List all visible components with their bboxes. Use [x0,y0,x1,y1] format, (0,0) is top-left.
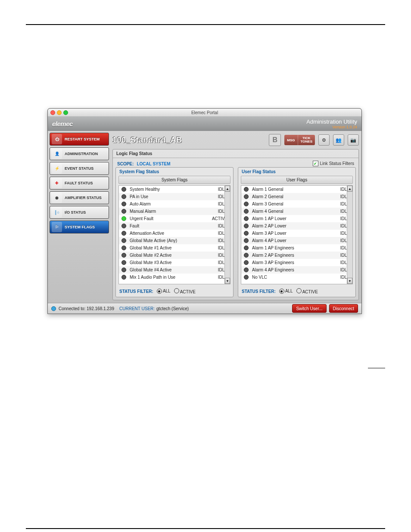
disconnect-button[interactable]: Disconnect [329,304,358,313]
radio-active[interactable]: ACTIVE [174,288,196,294]
scope-label: SCOPE: [117,162,134,166]
status-filter-label: STATUS FILTER: [119,289,153,294]
link-filter-label: Link Status Filters [320,161,354,166]
system-flags-column: System Flag Status System Flags System H… [115,167,234,297]
app-window: Elemec Portal elemec Administration Util… [47,108,362,314]
logic-flag-panel: Logic Flag Status SCOPE: LOCAL SYSTEM ✔ … [112,149,359,300]
list-item: Global Mute #4 ActiveIDLE [119,266,230,274]
status-led-icon [121,275,126,280]
status-led-icon [244,216,249,221]
scrollbar[interactable]: ▲ ▼ [347,186,352,284]
status-led-icon [121,238,126,243]
list-item: Alarm 2 AP EngineersIDLE [241,252,352,259]
sidebar-item-label: SYSTEM FLAGS [65,225,95,229]
radio-selected-icon [279,289,284,294]
status-led-icon [244,187,249,192]
list-item: Global Mute #2 ActiveIDLE [119,252,230,259]
camera-icon[interactable]: 📷 [348,134,359,146]
list-item: Alarm 2 AP LowerIDLE [241,222,352,230]
window-titlebar: Elemec Portal [48,109,361,116]
status-filter-row: STATUS FILTER: ALL ACTIVE [238,286,355,297]
status-led-icon [244,260,249,265]
switch-user-button[interactable]: Switch User... [292,304,326,313]
sidebar-event-status[interactable]: ⚡ EVENT STATUS [50,162,109,175]
list-item: Alarm 1 AP EngineersIDLE [241,244,352,252]
content-area: 100_Standard_AB B MSG TICKTONES ⚙ 👥 📷 Lo… [111,131,361,303]
brand-version: Version 1.0.24 [306,125,357,129]
list-item: Alarm 4 GeneralIDLE [241,208,352,215]
system-flags-list: System HealthyIDLE PA in UseIDLE Auto Al… [119,186,230,284]
status-led-icon [244,224,249,228]
plus-icon: ✚ [52,178,62,188]
power-icon: ⏻ [52,134,62,144]
status-led-icon [121,202,126,206]
minimize-icon[interactable] [57,110,62,115]
sidebar-item-label: AMPLIFIER STATUS [65,196,102,200]
pill-msg: MSG [284,135,298,145]
user-flag-status-heading: User Flag Status [238,168,355,176]
gear-icon[interactable]: ⚙ [318,134,330,146]
status-led-icon [244,231,249,236]
traffic-lights[interactable] [50,110,76,115]
sidebar-item-label: RESTART SYSTEM [65,137,100,141]
sidebar-item-label: ADMINISTRATION [65,152,98,156]
status-led-icon [121,187,126,192]
io-icon: ║○ [52,207,62,218]
msg-tick-tones-pill[interactable]: MSG TICKTONES [284,135,315,145]
close-icon[interactable] [50,110,55,115]
status-led-icon [244,202,249,206]
status-led-icon [121,194,126,199]
link-status-filters-checkbox[interactable]: ✔ Link Status Filters [313,161,354,166]
sidebar-item-label: I/O STATUS [65,210,86,215]
sidebar-system-flags[interactable]: ⚐ SYSTEM FLAGS [50,221,109,233]
status-led-icon [244,209,249,214]
pill-tick-tones: TICKTONES [298,135,315,145]
brand-logo: elemec [52,120,73,128]
list-item: Alarm 4 AP EngineersIDLE [241,266,352,274]
list-item: Alarm 3 GeneralIDLE [241,200,352,208]
brand-bar: elemec Administration Utility Version 1.… [48,116,361,131]
sidebar-amplifier-status[interactable]: ◉ AMPLIFIER STATUS [50,191,109,204]
list-item: Alarm 3 AP EngineersIDLE [241,259,352,266]
scroll-down-icon[interactable]: ▼ [225,278,230,284]
radio-all[interactable]: ALL [279,289,293,294]
connection-led-icon [51,306,56,311]
sidebar-item-label: EVENT STATUS [65,166,93,171]
connected-to: Connected to: 192.168.1.239 [59,306,114,311]
b-badge-icon: B [269,134,281,146]
sidebar-fault-status[interactable]: ✚ FAULT STATUS [50,177,109,190]
panel-heading: Logic Flag Status [113,149,358,158]
scroll-up-icon[interactable]: ▲ [347,186,352,192]
user-admin-icon: 👤 [52,149,62,159]
scroll-down-icon[interactable]: ▼ [347,278,352,284]
system-flags-title: System Flags [118,176,230,184]
sidebar-administration[interactable]: 👤 ADMINISTRATION [50,147,109,160]
user-flags-title: User Flags [241,176,353,184]
sidebar-restart-system[interactable]: ⏻ RESTART SYSTEM [50,133,109,146]
user-flags-column: User Flag Status User Flags Alarm 1 Gene… [238,167,356,297]
scope-value: LOCAL SYSTEM [137,162,170,166]
scrollbar[interactable]: ▲ ▼ [224,186,230,284]
status-led-icon [121,209,126,214]
current-user-label: CURRENT USER: [119,306,155,311]
status-led-icon [244,253,249,258]
status-led-icon [121,224,126,228]
sidebar-io-status[interactable]: ║○ I/O STATUS [50,206,109,219]
sidebar: ⏻ RESTART SYSTEM 👤 ADMINISTRATION ⚡ EVEN… [48,131,111,303]
users-icon[interactable]: 👥 [333,134,344,146]
list-item: FaultIDLE [119,222,230,230]
status-led-icon [121,253,126,258]
flags-icon: ⚐ [52,222,62,232]
list-item: Alarm 1 GeneralIDLE [241,186,352,193]
status-filter-label: STATUS FILTER: [242,289,276,294]
list-item: Alarm 2 GeneralIDLE [241,193,352,200]
status-bar: Connected to: 192.168.1.239 CURRENT USER… [48,303,361,314]
radio-active[interactable]: ACTIVE [296,288,318,294]
radio-all[interactable]: ALL [157,289,171,294]
scroll-up-icon[interactable]: ▲ [225,186,230,192]
user-flags-list: Alarm 1 GeneralIDLE Alarm 2 GeneralIDLE … [241,186,352,284]
window-title: Elemec Portal [76,110,333,115]
status-filter-row: STATUS FILTER: ALL ACTIVE [116,286,233,297]
status-led-icon [244,238,249,243]
zoom-icon[interactable] [63,110,68,115]
